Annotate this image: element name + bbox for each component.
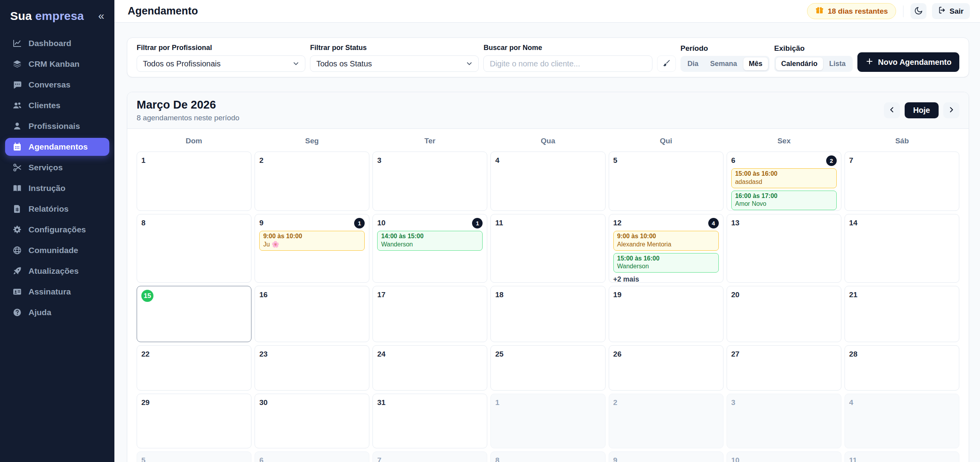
day-cell-22[interactable]: 22 — [137, 345, 251, 391]
day-cell-2-next-month[interactable]: 2 — [609, 394, 723, 448]
event-pill[interactable]: 9:00 às 10:00Alexandre Mentoria — [613, 231, 719, 251]
sidebar-item-relatorios[interactable]: Relatórios — [5, 200, 109, 218]
professional-filter-field: Filtrar por Profissional Todos os Profis… — [137, 44, 305, 72]
logout-button[interactable]: Sair — [932, 3, 970, 19]
day-number: 14 — [849, 218, 857, 228]
day-cell-6-next-month[interactable]: 6 — [255, 451, 369, 462]
event-count-badge: 1 — [354, 218, 365, 228]
next-month-button[interactable] — [943, 102, 959, 118]
day-cell-6[interactable]: 6215:00 às 16:00adasdasd16:00 às 17:00Am… — [727, 152, 841, 211]
topbar-actions: 18 dias restantes Sair — [807, 3, 970, 19]
day-cell-8-next-month[interactable]: 8 — [490, 451, 605, 462]
calendar-icon — [12, 142, 22, 152]
event-pill[interactable]: 15:00 às 16:00adasdasd — [731, 168, 837, 188]
day-cell-1-next-month[interactable]: 1 — [490, 394, 605, 448]
sidebar-item-crm-kanban[interactable]: CRM Kanban — [5, 55, 109, 73]
day-cell-13[interactable]: 13 — [727, 214, 841, 283]
period-option-dia[interactable]: Dia — [682, 57, 704, 70]
day-cell-19[interactable]: 19 — [609, 286, 723, 342]
day-cell-31[interactable]: 31 — [372, 394, 487, 448]
chart-icon — [12, 39, 22, 48]
sidebar-item-servicos[interactable]: Serviços — [5, 159, 109, 177]
sidebar-item-agendamentos[interactable]: Agendamentos — [5, 138, 109, 156]
day-cell-3[interactable]: 3 — [372, 152, 487, 211]
status-filter-select[interactable]: Todos os Status — [310, 55, 479, 72]
day-cell-12[interactable]: 1249:00 às 10:00Alexandre Mentoria15:00 … — [609, 214, 723, 283]
day-cell-26[interactable]: 26 — [609, 345, 723, 391]
day-cell-30[interactable]: 30 — [255, 394, 369, 448]
sidebar-item-configuracoes[interactable]: Configurações — [5, 221, 109, 239]
event-pill[interactable]: 15:00 às 16:00Wanderson — [613, 253, 719, 273]
sidebar-collapse-icon[interactable]: « — [98, 11, 104, 21]
day-cell-29[interactable]: 29 — [137, 394, 251, 448]
day-cell-8[interactable]: 8 — [137, 214, 251, 283]
sidebar-item-atualizacoes[interactable]: Atualizações — [5, 262, 109, 280]
more-events-link[interactable]: +2 mais — [613, 275, 719, 283]
period-option-semana[interactable]: Semana — [705, 57, 743, 70]
day-cell-23[interactable]: 23 — [255, 345, 369, 391]
event-pill[interactable]: 9:00 às 10:00Ju 🌸 — [259, 231, 365, 251]
day-cell-21[interactable]: 21 — [845, 286, 959, 342]
day-cell-16[interactable]: 16 — [255, 286, 369, 342]
day-number: 9 — [613, 455, 618, 462]
day-cell-7-next-month[interactable]: 7 — [372, 451, 487, 462]
weekday-header-row: DomSegTerQuaQuiSexSáb — [127, 129, 969, 152]
new-appointment-button[interactable]: Novo Agendamento — [857, 52, 959, 72]
day-cell-20[interactable]: 20 — [727, 286, 841, 342]
sidebar-item-conversas[interactable]: Conversas — [5, 76, 109, 94]
day-cell-11[interactable]: 11 — [490, 214, 605, 283]
sidebar-item-comunidade[interactable]: Comunidade — [5, 241, 109, 259]
day-cell-10[interactable]: 10114:00 às 15:00Wanderson — [372, 214, 487, 283]
period-option-mes[interactable]: Mês — [743, 57, 768, 70]
day-cell-25[interactable]: 25 — [490, 345, 605, 391]
sidebar-item-profissionais[interactable]: Profissionais — [5, 117, 109, 135]
day-cell-5[interactable]: 5 — [609, 152, 723, 211]
day-cell-9-next-month[interactable]: 9 — [609, 451, 723, 462]
professional-filter-select[interactable]: Todos os Profissionais — [137, 55, 305, 72]
day-number: 24 — [377, 349, 385, 359]
sidebar-item-assinatura[interactable]: Assinatura — [5, 283, 109, 301]
sidebar-item-dashboard[interactable]: Dashboard — [5, 34, 109, 52]
day-cell-3-next-month[interactable]: 3 — [727, 394, 841, 448]
day-cell-17[interactable]: 17 — [372, 286, 487, 342]
sidebar-item-label: Instrução — [29, 184, 66, 193]
day-cell-14[interactable]: 14 — [845, 214, 959, 283]
day-cell-18[interactable]: 18 — [490, 286, 605, 342]
event-count-badge: 1 — [472, 218, 483, 228]
weekday-header: Sex — [727, 137, 841, 145]
event-time: 15:00 às 16:00 — [617, 255, 715, 263]
day-cell-28[interactable]: 28 — [845, 345, 959, 391]
day-cell-4-next-month[interactable]: 4 — [845, 394, 959, 448]
book-icon — [12, 184, 22, 193]
moon-icon — [914, 6, 923, 16]
sidebar-item-clientes[interactable]: Clientes — [5, 96, 109, 114]
day-cell-11-next-month[interactable]: 11 — [845, 451, 959, 462]
clear-filters-button[interactable] — [657, 55, 676, 72]
sidebar-item-label: Agendamentos — [29, 142, 88, 152]
today-day-number: 15 — [141, 290, 153, 302]
view-option-calendario[interactable]: Calendário — [776, 57, 823, 70]
event-pill[interactable]: 14:00 às 15:00Wanderson — [377, 231, 483, 251]
day-number: 30 — [259, 398, 267, 408]
today-button[interactable]: Hoje — [905, 102, 939, 118]
day-cell-27[interactable]: 27 — [727, 345, 841, 391]
previous-month-button[interactable] — [884, 102, 900, 118]
day-cell-7[interactable]: 7 — [845, 152, 959, 211]
day-cell-2[interactable]: 2 — [255, 152, 369, 211]
day-cell-1[interactable]: 1 — [137, 152, 251, 211]
day-cell-10-next-month[interactable]: 10 — [727, 451, 841, 462]
day-cell-9[interactable]: 919:00 às 10:00Ju 🌸 — [255, 214, 369, 283]
day-cell-15[interactable]: 15 — [137, 286, 251, 342]
day-cell-4[interactable]: 4 — [490, 152, 605, 211]
day-number: 2 — [259, 155, 264, 166]
day-cell-24[interactable]: 24 — [372, 345, 487, 391]
sidebar-item-ajuda[interactable]: Ajuda — [5, 303, 109, 321]
dark-mode-button[interactable] — [911, 3, 927, 19]
client-search-input[interactable] — [483, 55, 652, 72]
event-pill[interactable]: 16:00 às 17:00Amor Novo — [731, 191, 837, 210]
day-cell-5-next-month[interactable]: 5 — [137, 451, 251, 462]
calendar-card: Março De 2026 8 agendamentos neste perío… — [127, 92, 969, 462]
view-option-lista[interactable]: Lista — [824, 57, 851, 70]
sidebar-item-instrucao[interactable]: Instrução — [5, 179, 109, 197]
event-time: 16:00 às 17:00 — [735, 192, 833, 200]
